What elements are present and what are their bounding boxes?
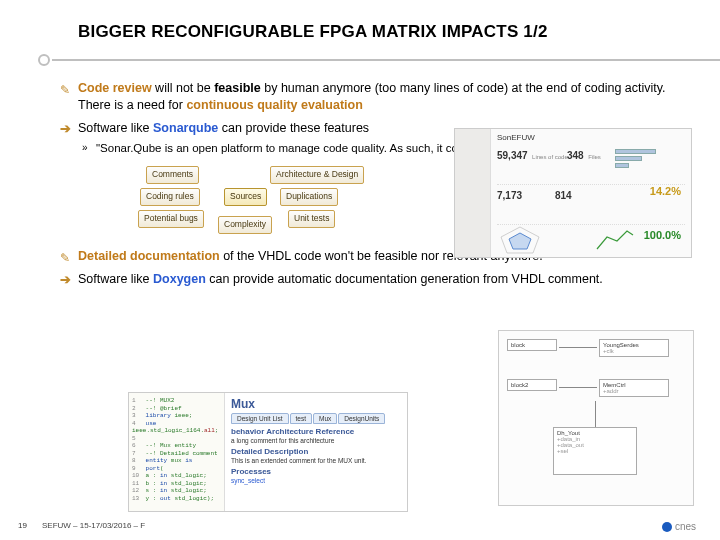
diag-node: block2 xyxy=(507,379,557,391)
sonar-files-label: Files xyxy=(588,154,601,160)
logo-cnes: cnes xyxy=(662,521,696,532)
bullet-mark-icon: ✎ xyxy=(60,82,70,98)
diag-node: YoungSerdes+clk xyxy=(599,339,669,357)
rule-line xyxy=(52,59,720,61)
text-feasible: feasible xyxy=(214,81,261,95)
sonar-loc: 59,347 xyxy=(497,150,528,161)
slide-title: BIGGER RECONFIGURABLE FPGA MATRIX IMPACT… xyxy=(0,0,720,52)
text: can provide these features xyxy=(218,121,369,135)
diag-arrow-icon xyxy=(559,387,597,388)
diag-node: Dh_Yout+data_in+data_out+sel xyxy=(553,427,637,475)
rule-dot-icon xyxy=(38,54,50,66)
sonar-sidebar xyxy=(455,129,491,257)
dox-proc: sync_select xyxy=(231,477,401,484)
bullet-doxygen: ➔ Software like Doxygen can provide auto… xyxy=(78,271,680,288)
axis-potential-bugs: Potential bugs xyxy=(138,210,204,227)
axis-comments: Comments xyxy=(146,166,199,183)
tool-sonarqube: Sonarqube xyxy=(153,121,218,135)
title-rule xyxy=(38,52,720,66)
footer-text: SEFUW – 15-17/03/2016 – F xyxy=(42,521,145,530)
sonar-project-title: SonEFUW xyxy=(497,133,535,142)
sub-bullet-icon: » xyxy=(82,141,88,155)
trend-chart-icon xyxy=(595,227,635,255)
text: Software like xyxy=(78,272,153,286)
doxygen-doc-pane: Mux Design Unit ListtestMuxDesignUnits b… xyxy=(225,393,407,511)
sonar-debt: 814 xyxy=(555,190,572,201)
bullet-code-review: ✎ Code review will not be feasible by hu… xyxy=(78,80,680,114)
axis-unit-tests: Unit tests xyxy=(288,210,335,227)
diag-arrow-icon xyxy=(595,401,596,427)
sonar-files: 348 xyxy=(567,150,584,161)
axis-coding-rules: Coding rules xyxy=(140,188,200,205)
sonar-bar xyxy=(615,163,629,168)
doxygen-screenshot: 1 --! MUX2 2 --! @brief 3 library ieee; … xyxy=(128,392,408,512)
axis-architecture: Architecture & Design xyxy=(270,166,364,183)
seven-axes-diagram: Sources Comments Architecture & Design C… xyxy=(138,162,358,232)
text: will not be xyxy=(152,81,215,95)
dox-tab: DesignUnits xyxy=(338,413,385,424)
sonar-loc-label: Lines of code xyxy=(532,154,568,160)
svg-marker-1 xyxy=(509,233,531,249)
axis-sources: Sources xyxy=(224,188,267,205)
page-number: 19 xyxy=(18,521,27,530)
diag-arrow-icon xyxy=(559,347,597,348)
sonar-dup: 14.2% xyxy=(650,185,681,197)
dox-tab: Mux xyxy=(313,413,337,424)
dox-tabs: Design Unit ListtestMuxDesignUnits xyxy=(231,413,401,424)
bullet-mark-icon: ✎ xyxy=(60,250,70,266)
dox-section: behavior Architecture Reference xyxy=(231,427,401,436)
diag-node: block xyxy=(507,339,557,351)
sonarqube-screenshot: SonEFUW 59,347 Lines of code 348 Files 7… xyxy=(454,128,692,258)
doxygen-diagram: block YoungSerdes+clk block2 MemCtrl+add… xyxy=(498,330,694,506)
radar-chart-icon xyxy=(497,225,543,255)
axis-duplications: Duplications xyxy=(280,188,338,205)
text-continuous: continuous quality evaluation xyxy=(186,98,362,112)
axis-complexity: Complexity xyxy=(218,216,272,233)
arrow-icon: ➔ xyxy=(60,120,71,138)
dox-section: Detailed Description xyxy=(231,447,401,456)
dox-module-name: Mux xyxy=(231,397,401,411)
text: can provide automatic documentation gene… xyxy=(206,272,603,286)
doxygen-source-pane: 1 --! MUX2 2 --! @brief 3 library ieee; … xyxy=(129,393,225,511)
tool-doxygen: Doxygen xyxy=(153,272,206,286)
sonar-bar xyxy=(615,149,656,154)
sonar-issues: 7,173 xyxy=(497,190,522,201)
dox-desc: This is an extended comment for the MUX … xyxy=(231,457,401,464)
text: Software like xyxy=(78,121,153,135)
text-detailed-doc: Detailed documentation xyxy=(78,249,220,263)
logo-icon xyxy=(662,522,672,532)
dox-tab: Design Unit List xyxy=(231,413,289,424)
sonar-bar xyxy=(615,156,642,161)
arrow-icon: ➔ xyxy=(60,271,71,289)
diag-node: MemCtrl+addr xyxy=(599,379,669,397)
text-code-review: Code review xyxy=(78,81,152,95)
sonar-cov: 100.0% xyxy=(644,229,681,241)
dox-section: Processes xyxy=(231,467,401,476)
dox-tab: test xyxy=(290,413,312,424)
logo-text: cnes xyxy=(675,521,696,532)
